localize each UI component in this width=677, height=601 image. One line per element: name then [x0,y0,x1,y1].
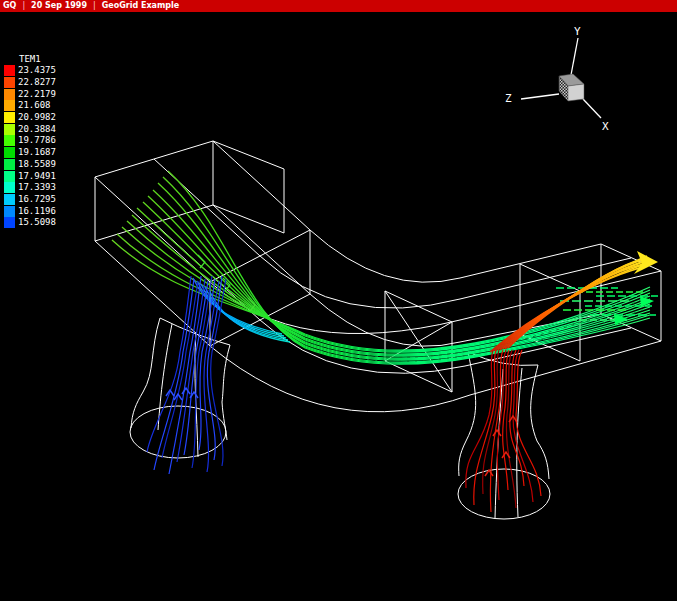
titlebar-separator: | [93,0,96,12]
legend-value: 22.8277 [18,77,56,88]
titlebar-title: GeoGrid Example [102,0,180,12]
legend-value: 16.1196 [18,206,56,217]
legend-row: 18.5589 [4,159,56,171]
legend-value: 17.3393 [18,182,56,193]
legend-row: 16.1196 [4,205,56,217]
application-window: { "titlebar": { "logo": "GQ", "separator… [0,0,677,601]
legend-value: 15.5098 [18,217,56,228]
legend-row: 17.3393 [4,182,56,194]
legend-color-swatch [4,171,15,182]
x-axis-line [583,99,601,118]
legend-row: 22.8277 [4,77,56,89]
cold-streamlines [147,276,226,474]
colormap-legend: TEM1 23.4375 22.8277 22.2179 21.608 20.9… [4,53,56,229]
legend-row: 23.4375 [4,65,56,77]
scene-canvas[interactable]: Y X Z [0,12,677,601]
cube-front-face [568,84,584,101]
legend-row: 15.5098 [4,217,56,229]
legend-value: 23.4375 [18,65,56,76]
legend-value: 19.1687 [18,147,56,158]
legend-color-swatch [4,159,15,170]
legend-color-swatch [4,217,15,228]
legend-value: 18.5589 [18,159,56,170]
outlet-arrowhead [634,251,658,274]
legend-value: 20.3884 [18,124,56,135]
x-axis-label: X [602,120,609,133]
legend-value: 22.2179 [18,89,56,100]
z-axis-label: Z [505,92,512,105]
legend-color-swatch [4,100,15,111]
legend-row: 19.1687 [4,147,56,159]
legend-color-swatch [4,194,15,205]
legend-value: 21.608 [18,100,51,111]
titlebar: GQ | 20 Sep 1999 | GeoGrid Example [0,0,677,12]
z-axis-line [521,94,559,99]
legend-value: 20.9982 [18,112,56,123]
legend-row: 16.7295 [4,194,56,206]
legend-row: 22.2179 [4,88,56,100]
legend-row: 19.7786 [4,135,56,147]
legend-value: 17.9491 [18,171,56,182]
legend-color-swatch [4,124,15,135]
legend-color-swatch [4,147,15,158]
legend-row: 21.608 [4,100,56,112]
graphics-viewport[interactable]: Y X Z [0,12,677,601]
legend-value: 19.7786 [18,135,56,146]
y-axis-label: Y [574,25,581,38]
right-funnel [458,352,550,519]
y-axis-line [571,38,578,75]
legend-row: 17.9491 [4,170,56,182]
legend-color-swatch [4,65,15,76]
hot-streamlines [466,350,541,512]
orientation-cube [559,74,584,101]
legend-color-swatch [4,135,15,146]
app-logo: GQ [3,0,16,12]
legend-row: 20.3884 [4,123,56,135]
legend-color-swatch [4,89,15,100]
titlebar-date: 20 Sep 1999 [31,0,87,12]
legend-title: TEM1 [19,53,56,65]
titlebar-separator: | [22,0,25,12]
legend-color-swatch [4,77,15,88]
legend-color-swatch [4,206,15,217]
legend-color-swatch [4,112,15,123]
legend-value: 16.7295 [18,194,56,205]
legend-row: 20.9982 [4,112,56,124]
legend-color-swatch [4,182,15,193]
